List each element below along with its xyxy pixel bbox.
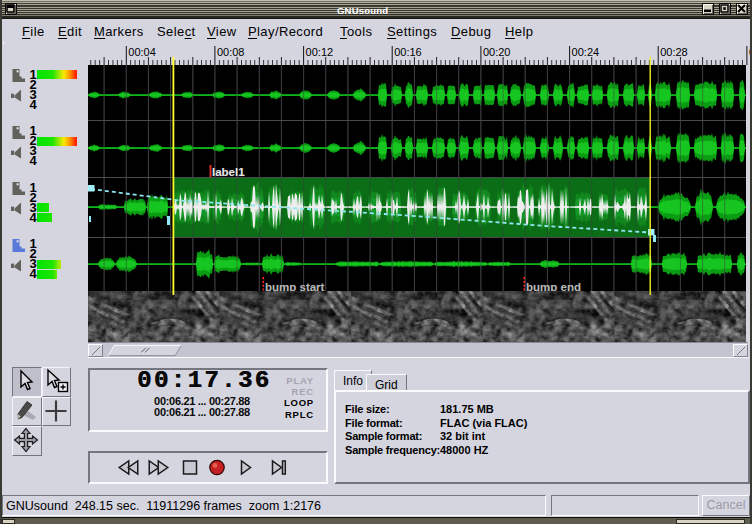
svg-text:00:28: 00:28	[660, 46, 688, 58]
svg-text:00:04: 00:04	[128, 46, 156, 58]
svg-text:00:24: 00:24	[572, 46, 600, 58]
svg-text:00:16: 00:16	[394, 46, 422, 58]
svg-text:label1: label1	[212, 166, 245, 178]
svg-text:bump end: bump end	[526, 281, 581, 291]
svg-text:bump start: bump start	[265, 281, 325, 291]
svg-text:00:12: 00:12	[306, 46, 334, 58]
svg-text:00:20: 00:20	[483, 46, 511, 58]
svg-text:00:08: 00:08	[217, 46, 245, 58]
